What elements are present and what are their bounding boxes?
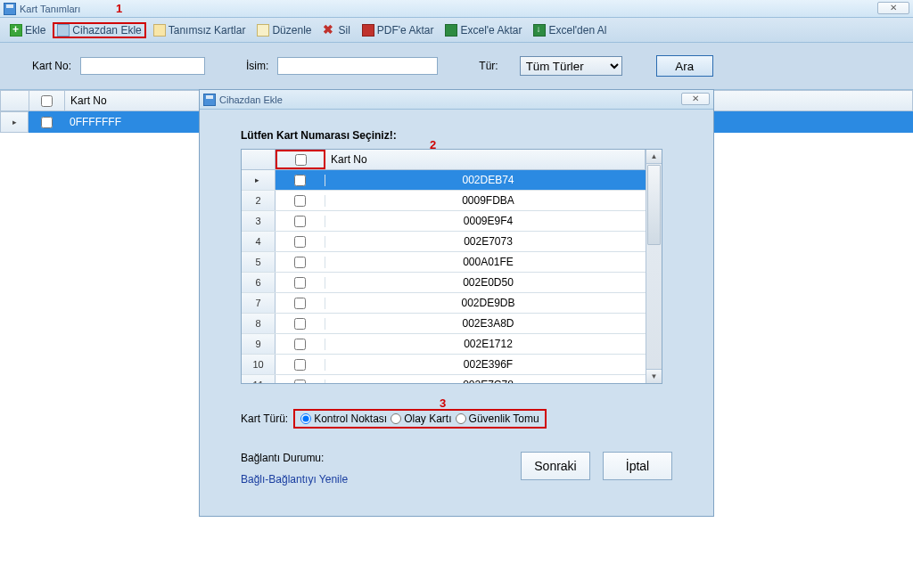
card-table-row[interactable]: 10002E396F xyxy=(242,355,646,375)
card-table-row[interactable]: 002DEB74 xyxy=(242,170,646,191)
radio-olay-karti-input[interactable] xyxy=(391,413,401,424)
pdf-icon xyxy=(362,24,374,37)
card-table-row-num: 10 xyxy=(242,355,276,374)
excel-export-button[interactable]: Excel'e Aktar xyxy=(440,22,526,38)
radio-kontrol-noktasi-input[interactable] xyxy=(300,413,311,424)
card-table-row-checkbox[interactable] xyxy=(294,195,306,207)
tanimsiz-kartlar-label: Tanımsız Kartlar xyxy=(169,24,246,37)
cihazdan-ekle-label: Cihazdan Ekle xyxy=(72,24,141,37)
window-title: Kart Tanımları xyxy=(20,4,80,14)
connection-refresh-link[interactable]: Bağlı-Bağlantıyı Yenile xyxy=(241,473,348,486)
scroll-up-icon[interactable]: ▲ xyxy=(646,150,662,164)
kartno-input[interactable] xyxy=(80,57,205,75)
card-table-row[interactable]: 9002E1712 xyxy=(242,334,646,355)
card-table-row[interactable]: 30009E9F4 xyxy=(242,211,646,232)
card-table-row-num xyxy=(242,170,276,190)
tanimsiz-kartlar-button[interactable]: Tanımsız Kartlar xyxy=(149,22,251,38)
main-toolbar: Ekle Cihazdan Ekle Tanımsız Kartlar Düze… xyxy=(0,18,913,43)
card-table-scrollbar[interactable]: ▲ ▼ xyxy=(646,150,662,383)
sonraki-button[interactable]: Sonraki xyxy=(521,452,590,480)
card-table-row-kartno: 002E1712 xyxy=(325,338,646,350)
excel-import-button[interactable]: Excel'den Al xyxy=(529,22,611,38)
search-bar: Kart No: İsim: Tür: Tüm Türler Ara xyxy=(0,43,913,90)
card-table-row-checkbox[interactable] xyxy=(294,277,306,289)
excel-import-label: Excel'den Al xyxy=(548,24,606,37)
window-close-button[interactable]: ✕ xyxy=(877,2,909,14)
annotation-1: 1 xyxy=(116,2,122,15)
grid-row-indicator xyxy=(0,111,29,133)
card-table-header-rownum xyxy=(242,150,276,169)
kartno-label: Kart No: xyxy=(32,60,71,72)
card-table-row-checkbox-cell xyxy=(276,359,325,371)
card-table-row-checkbox[interactable] xyxy=(294,380,306,384)
card-table-row-checkbox[interactable] xyxy=(294,359,306,371)
card-table-row-checkbox-cell xyxy=(276,236,325,248)
card-table-row-num: 11 xyxy=(242,375,276,383)
card-table-row[interactable]: 11002E7C78 xyxy=(242,375,646,383)
grid-header-checkbox-cell xyxy=(29,91,65,110)
scroll-down-icon[interactable]: ▼ xyxy=(646,369,662,383)
sil-button[interactable]: ✖ Sil xyxy=(318,22,354,38)
isim-label: İsim: xyxy=(246,60,268,72)
connection-status-label: Bağlantı Durumu: xyxy=(241,452,324,464)
card-table-row-kartno: 000A01FE xyxy=(325,256,646,268)
card-table-row-kartno: 002DEB74 xyxy=(325,174,646,186)
card-table-row-checkbox-cell xyxy=(276,339,325,350)
duzenle-button[interactable]: Düzenle xyxy=(252,22,316,38)
card-table-row-kartno: 002E7C78 xyxy=(325,379,646,383)
radio-kontrol-noktasi[interactable]: Kontrol Noktası xyxy=(300,412,387,425)
modal-title: Cihazdan Ekle xyxy=(219,94,283,105)
card-table-row[interactable]: 5000A01FE xyxy=(242,252,646,273)
card-table-row-checkbox-cell xyxy=(276,380,325,384)
card-table-row-checkbox[interactable] xyxy=(294,175,306,186)
card-table-row-checkbox[interactable] xyxy=(294,318,306,330)
card-table-header-kartno[interactable]: Kart No xyxy=(325,150,646,169)
card-table-row-checkbox[interactable] xyxy=(294,216,306,227)
card-table-row-checkbox-cell xyxy=(276,257,325,268)
pdf-export-button[interactable]: PDF'e Aktar xyxy=(358,22,439,38)
card-table-row-checkbox[interactable] xyxy=(294,236,306,248)
card-table-row[interactable]: 4002E7073 xyxy=(242,232,646,252)
iptal-button[interactable]: İptal xyxy=(603,452,672,480)
ekle-label: Ekle xyxy=(25,24,45,37)
card-table-row-kartno: 0009E9F4 xyxy=(325,215,646,227)
ara-button[interactable]: Ara xyxy=(656,55,713,77)
tur-select[interactable]: Tüm Türler xyxy=(520,56,622,76)
kart-turu-row: Kart Türü: Kontrol Noktası Olay Kartı Gü… xyxy=(241,409,672,429)
card-table-row-checkbox-cell xyxy=(276,318,325,330)
isim-input[interactable] xyxy=(277,57,438,75)
radio-guvenlik-tomu-input[interactable] xyxy=(456,413,466,424)
modal-close-button[interactable]: ✕ xyxy=(681,93,710,105)
scroll-thumb[interactable] xyxy=(647,165,661,245)
device-icon xyxy=(57,24,70,37)
card-table-header: Kart No xyxy=(242,150,646,170)
kart-turu-label: Kart Türü: xyxy=(241,412,288,425)
card-table-row-checkbox[interactable] xyxy=(294,339,306,350)
card-table-row-kartno: 002E0D50 xyxy=(325,276,646,289)
card-icon xyxy=(153,24,166,37)
cihazdan-ekle-button[interactable]: Cihazdan Ekle xyxy=(53,22,145,38)
card-table-row-checkbox-cell xyxy=(276,277,325,289)
kart-turu-radio-group: Kontrol Noktası Olay Kartı Güvenlik Tomu xyxy=(293,409,547,429)
card-table-row[interactable]: 20009FDBA xyxy=(242,191,646,211)
card-table-row-num: 4 xyxy=(242,232,276,251)
card-table-row-num: 3 xyxy=(242,211,276,231)
radio-guvenlik-tomu-label: Güvenlik Tomu xyxy=(469,412,539,425)
card-table-row[interactable]: 6002E0D50 xyxy=(242,273,646,293)
grid-row-checkbox[interactable] xyxy=(41,117,53,128)
annotation-2: 2 xyxy=(430,138,436,151)
radio-olay-karti-label: Olay Kartı xyxy=(404,412,451,425)
card-table-row-checkbox[interactable] xyxy=(294,298,306,309)
card-table-row-checkbox[interactable] xyxy=(294,257,306,268)
plus-icon xyxy=(10,24,22,37)
ekle-button[interactable]: Ekle xyxy=(5,22,50,38)
grid-header-checkbox[interactable] xyxy=(41,95,53,107)
card-table-header-checkbox[interactable] xyxy=(295,154,307,166)
grid-row-header-blank xyxy=(1,91,29,110)
radio-guvenlik-tomu[interactable]: Güvenlik Tomu xyxy=(456,412,539,425)
sil-label: Sil xyxy=(338,24,350,37)
grid-row-kartno: 0FFFFFFF xyxy=(64,116,121,128)
card-table-row[interactable]: 8002E3A8D xyxy=(242,314,646,334)
card-table-row[interactable]: 7002DE9DB xyxy=(242,293,646,314)
radio-olay-karti[interactable]: Olay Kartı xyxy=(391,412,451,425)
